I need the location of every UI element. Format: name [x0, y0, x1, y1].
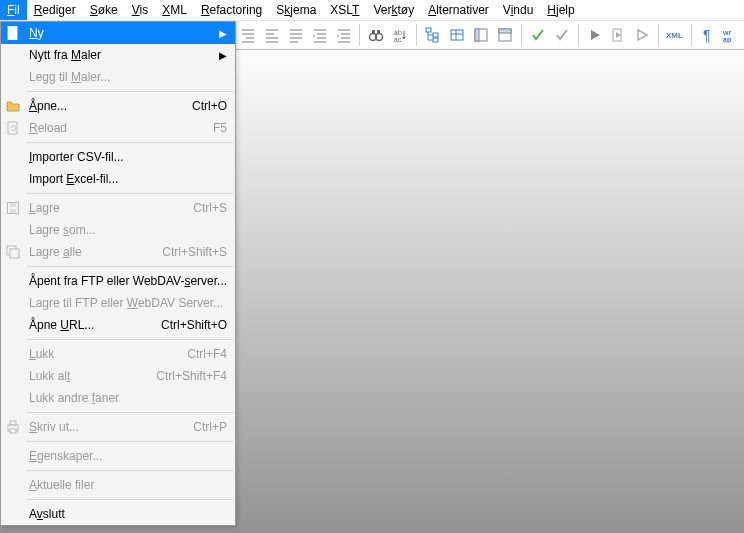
svg-rect-9 — [451, 30, 463, 40]
submenu-arrow-icon: ▶ — [219, 50, 227, 61]
menu-item-save-all[interactable]: Lagre alle Ctrl+Shift+S — [1, 241, 235, 263]
svg-rect-3 — [377, 30, 380, 34]
menu-separator — [27, 441, 233, 442]
svg-rect-23 — [10, 209, 16, 213]
svg-rect-13 — [499, 29, 511, 33]
shortcut-label: Ctrl+S — [193, 201, 227, 215]
menubar: Fil Rediger Søke Vis XML Refactoring Skj… — [0, 0, 744, 21]
xml-label-icon[interactable]: XML — [665, 25, 685, 45]
menu-item-open-ftp[interactable]: Åpent fra FTP eller WebDAV-server... — [1, 270, 235, 292]
menu-item-close[interactable]: Lukk Ctrl+F4 — [1, 343, 235, 365]
menu-separator — [27, 499, 233, 500]
menu-item-open-url[interactable]: Åpne URL... Ctrl+Shift+O — [1, 314, 235, 336]
svg-rect-25 — [10, 249, 19, 258]
menu-separator — [27, 412, 233, 413]
menu-item-reload[interactable]: Reload F5 — [1, 117, 235, 139]
menu-separator — [27, 193, 233, 194]
check-green-icon[interactable] — [528, 25, 548, 45]
menu-separator — [27, 339, 233, 340]
svg-rect-28 — [10, 429, 16, 433]
svg-rect-22 — [10, 203, 16, 207]
check-gray-icon[interactable] — [552, 25, 572, 45]
menu-item-open[interactable]: Åpne... Ctrl+O — [1, 95, 235, 117]
menu-schema[interactable]: Skjema — [269, 0, 323, 20]
tree-icon[interactable] — [423, 25, 443, 45]
svg-text:ap: ap — [723, 36, 731, 43]
menu-item-new[interactable]: Ny ▶ — [1, 22, 235, 44]
menu-item-exit[interactable]: Avslutt — [1, 503, 235, 525]
svg-rect-11 — [475, 29, 479, 41]
grid-icon[interactable] — [447, 25, 467, 45]
menu-options[interactable]: Alternativer — [421, 0, 496, 20]
toolbar-separator — [578, 24, 579, 46]
pilcrow-icon[interactable]: ¶ — [698, 25, 718, 45]
shortcut-label: Ctrl+F4 — [187, 347, 227, 361]
menu-search[interactable]: Søke — [83, 0, 125, 20]
panel-a-icon[interactable] — [471, 25, 491, 45]
binoculars-icon[interactable] — [366, 25, 386, 45]
menu-separator — [27, 266, 233, 267]
menu-item-print[interactable]: Skriv ut... Ctrl+P — [1, 416, 235, 438]
shortcut-label: Ctrl+P — [193, 420, 227, 434]
shortcut-label: F5 — [213, 121, 227, 135]
toolbar-separator — [658, 24, 659, 46]
outdent-icon[interactable] — [310, 25, 330, 45]
menu-tools[interactable]: Verktøy — [366, 0, 421, 20]
toolbar-separator — [359, 24, 360, 46]
svg-text:XML: XML — [666, 31, 683, 40]
shortcut-label: Ctrl+Shift+O — [161, 318, 227, 332]
panel-b-icon[interactable] — [495, 25, 515, 45]
shortcut-label: Ctrl+Shift+S — [162, 245, 227, 259]
menu-item-recent-files[interactable]: Aktuelle filer — [1, 474, 235, 496]
svg-text:wr: wr — [723, 29, 731, 36]
menu-xml[interactable]: XML — [155, 0, 194, 20]
menu-xslt[interactable]: XSLT — [323, 0, 366, 20]
menu-separator — [27, 91, 233, 92]
menu-item-close-others[interactable]: Lukk andre faner — [1, 387, 235, 409]
save-all-icon — [4, 243, 22, 261]
svg-rect-2 — [372, 30, 375, 34]
menu-item-import-csv[interactable]: Importer CSV-fil... — [1, 146, 235, 168]
indent-right-icon[interactable] — [262, 25, 282, 45]
menu-item-new-from-template[interactable]: Nytt fra Maler ▶ — [1, 44, 235, 66]
menu-edit[interactable]: Rediger — [27, 0, 83, 20]
menu-item-properties[interactable]: Egenskaper... — [1, 445, 235, 467]
new-doc-icon — [4, 24, 22, 42]
svg-rect-6 — [426, 28, 431, 32]
folder-open-icon — [4, 97, 22, 115]
wrap-icon[interactable]: wrap — [722, 25, 742, 45]
menu-help[interactable]: Hjelp — [540, 0, 581, 20]
menu-item-save-ftp[interactable]: Lagre til FTP eller WebDAV Server... — [1, 292, 235, 314]
menu-view[interactable]: Vis — [125, 0, 155, 20]
play-doc-icon[interactable] — [608, 25, 628, 45]
menu-refactor[interactable]: Refactoring — [194, 0, 269, 20]
svg-text:¶: ¶ — [703, 27, 711, 43]
toolbar-separator — [691, 24, 692, 46]
svg-rect-7 — [433, 33, 438, 37]
toolbar-separator — [521, 24, 522, 46]
format-icon[interactable] — [286, 25, 306, 45]
menu-file[interactable]: Fil — [0, 0, 27, 20]
menu-window[interactable]: Vindu — [496, 0, 541, 20]
menu-separator — [27, 142, 233, 143]
svg-rect-8 — [433, 38, 438, 42]
indent-icon[interactable] — [334, 25, 354, 45]
file-menu-dropdown: Ny ▶ Nytt fra Maler ▶ Legg til Maler... … — [0, 21, 236, 526]
save-icon — [4, 199, 22, 217]
svg-rect-27 — [10, 421, 16, 425]
menu-item-save[interactable]: Lagre Ctrl+S — [1, 197, 235, 219]
play-icon[interactable] — [585, 25, 605, 45]
menu-item-import-excel[interactable]: Import Excel-fil... — [1, 168, 235, 190]
menu-item-close-all[interactable]: Lukk alt Ctrl+Shift+F4 — [1, 365, 235, 387]
svg-text:ab: ab — [394, 29, 402, 36]
printer-icon — [4, 418, 22, 436]
play-alt-icon[interactable] — [632, 25, 652, 45]
submenu-arrow-icon: ▶ — [219, 28, 227, 39]
indent-left-icon[interactable] — [238, 25, 258, 45]
menu-item-save-as[interactable]: Lagre som... — [1, 219, 235, 241]
svg-text:ac: ac — [394, 36, 402, 43]
toolbar-separator — [416, 24, 417, 46]
shortcut-label: Ctrl+O — [192, 99, 227, 113]
menu-item-add-template[interactable]: Legg til Maler... — [1, 66, 235, 88]
replace-icon[interactable]: abac — [390, 25, 410, 45]
